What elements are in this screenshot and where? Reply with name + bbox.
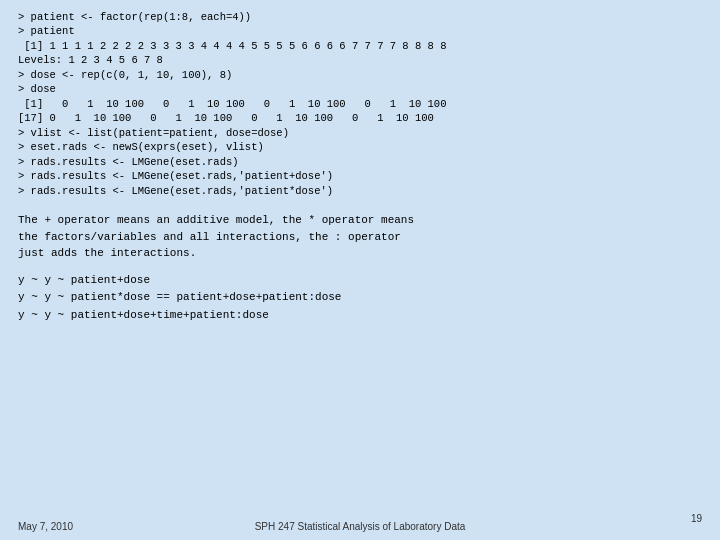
formula-block-2: y ~ y ~ patient*dose == patient+dose+pat… [18,289,702,324]
code-line-10: > eset.rads <- newS(exprs(eset), vlist) [18,141,264,153]
formula-line-2: y ~ y ~ patient*dose == patient+dose+pat… [18,291,341,303]
code-line-9: > vlist <- list(patient=patient, dose=do… [18,127,289,139]
code-line-5: > dose <- rep(c(0, 1, 10, 100), 8) [18,69,232,81]
formula-block: y ~ y ~ patient+dose [18,272,702,290]
code-line-12: > rads.results <- LMGene(eset.rads,'pati… [18,170,333,182]
code-block: > patient <- factor(rep(1:8, each=4)) > … [18,10,702,198]
code-line-8: [17] 0 1 10 100 0 1 10 100 0 1 10 100 0 … [18,112,434,124]
footer-date: May 7, 2010 [18,521,73,532]
code-line-2: > patient [18,25,75,37]
formula-line-3: y ~ y ~ patient+dose+time+patient:dose [18,309,269,321]
code-line-7: [1] 0 1 10 100 0 1 10 100 0 1 10 100 0 1… [18,98,446,110]
code-line-13: > rads.results <- LMGene(eset.rads,'pati… [18,185,333,197]
slide: > patient <- factor(rep(1:8, each=4)) > … [0,0,720,540]
formula-line-1: y ~ y ~ patient+dose [18,274,150,286]
code-line-4: Levels: 1 2 3 4 5 6 7 8 [18,54,163,66]
code-line-3: [1] 1 1 1 1 2 2 2 2 3 3 3 3 4 4 4 4 5 5 … [18,40,446,52]
code-line-6: > dose [18,83,56,95]
code-line-11: > rads.results <- LMGene(eset.rads) [18,156,239,168]
footer-page: 19 [691,513,702,524]
footer-title: SPH 247 Statistical Analysis of Laborato… [255,521,466,532]
code-line-1: > patient <- factor(rep(1:8, each=4)) [18,11,251,23]
prose-text: The + operator means an additive model, … [18,212,702,262]
